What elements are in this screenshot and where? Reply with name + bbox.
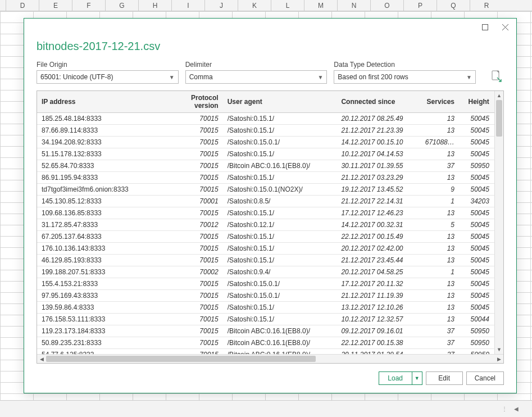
file-origin-combo[interactable]: 65001: Unicode (UTF-8) ▼ — [37, 70, 179, 84]
table-row[interactable]: 109.68.136.85:8333 70015 /Satoshi:0.15.1… — [37, 207, 503, 219]
cell-ua: /Satoshi:0.15.0.1/ — [223, 137, 337, 148]
table-row[interactable]: 54.77.6.125:8333 70015 /Bitcoin ABC:0.16… — [37, 349, 503, 355]
cell-since: 17.12.2017 12.46.23 — [337, 207, 420, 219]
cell-ua: /Bitcoin ABC:0.16.1(EB8.0)/ — [223, 337, 337, 349]
scroll-up-icon[interactable]: ▲ — [495, 91, 503, 100]
cell-ip: td7tgof3imei3fm6.onion:8333 — [37, 184, 172, 196]
table-row[interactable]: 86.91.195.94:8333 70015 /Satoshi:0.15.1/… — [37, 172, 503, 184]
table-row[interactable]: 46.129.85.193:8333 70015 /Satoshi:0.15.1… — [37, 255, 503, 266]
table-row[interactable]: 155.4.153.21:8333 70015 /Satoshi:0.15.0.… — [37, 278, 503, 290]
cell-ua: /Satoshi:0.15.1/ — [223, 255, 337, 266]
cell-services: 13 — [421, 290, 459, 302]
workbook-bottom-bar: ⋮ ◀ — [0, 400, 532, 417]
cell-since: 10.12.2017 12.32.57 — [337, 314, 420, 325]
cell-ua: /Satoshi:0.9.4/ — [223, 266, 337, 278]
table-row[interactable]: 50.89.235.231:8333 70015 /Bitcoin ABC:0.… — [37, 337, 503, 349]
cell-height: 50045 — [459, 172, 494, 184]
table-row[interactable]: 139.59.86.4:8333 70015 /Satoshi:0.15.1/ … — [37, 302, 503, 314]
table-row[interactable]: 31.172.85.47:8333 70012 /Satoshi:0.12.1/… — [37, 219, 503, 231]
col-header[interactable]: F — [72, 0, 105, 11]
table-row[interactable]: 34.194.208.92:8333 70015 /Satoshi:0.15.0… — [37, 137, 503, 148]
col-header[interactable]: G — [105, 0, 138, 11]
settings-icon[interactable] — [483, 70, 504, 84]
cell-proto: 70015 — [172, 207, 223, 219]
cell-ua: /Satoshi:0.15.1/ — [223, 172, 337, 184]
table-row[interactable]: 97.95.169.43:8333 70015 /Satoshi:0.15.0.… — [37, 290, 503, 302]
scroll-thumb[interactable] — [46, 356, 316, 362]
table-row[interactable]: 145.130.85.12:8333 70001 /Satoshi:0.8.5/… — [37, 196, 503, 207]
cell-ua: /Satoshi:0.12.1/ — [223, 219, 337, 231]
horizontal-scrollbar[interactable]: ◀ ▶ — [37, 354, 503, 363]
cell-ua: /Bitcoin ABC:0.16.1(EB8.0)/ — [223, 325, 337, 337]
data-type-detection-combo[interactable]: Based on first 200 rows ▼ — [334, 70, 476, 84]
close-button[interactable] — [497, 21, 513, 33]
table-row[interactable]: 199.188.207.51:8333 70002 /Satoshi:0.9.4… — [37, 266, 503, 278]
table-row[interactable]: 67.205.137.64:8333 70015 /Satoshi:0.15.1… — [37, 231, 503, 243]
cell-services: 67108873 — [421, 137, 459, 148]
cell-proto: 70015 — [172, 337, 223, 349]
table-row[interactable]: 185.25.48.184:8333 70015 /Satoshi:0.15.1… — [37, 113, 503, 125]
cell-proto: 70015 — [172, 349, 223, 355]
csv-import-dialog: bitnodes-2017-12-21.csv File Origin 6500… — [24, 18, 517, 393]
col-header[interactable]: R — [470, 0, 503, 11]
cell-services: 37 — [421, 325, 459, 337]
col-header[interactable]: K — [238, 0, 271, 11]
table-row[interactable]: 52.65.84.70:8333 70015 /Bitcoin ABC:0.16… — [37, 160, 503, 172]
cell-proto: 70015 — [172, 125, 223, 137]
cell-ua: /Satoshi:0.15.1/ — [223, 243, 337, 255]
maximize-button[interactable] — [477, 21, 493, 33]
vertical-scrollbar[interactable]: ▲ ▼ — [494, 91, 503, 354]
table-row[interactable]: 176.158.53.111:8333 70015 /Satoshi:0.15.… — [37, 314, 503, 325]
col-header[interactable]: D — [6, 0, 39, 11]
sheet-nav[interactable]: ⋮ ◀ — [499, 405, 521, 413]
col-header[interactable]: L — [271, 0, 304, 11]
cell-proto: 70015 — [172, 137, 223, 148]
cell-height: 50045 — [459, 184, 494, 196]
scroll-thumb[interactable] — [496, 100, 502, 137]
edit-button[interactable]: Edit — [426, 371, 463, 385]
sheet-prev-icon[interactable]: ◀ — [512, 405, 521, 413]
cell-height: 50045 — [459, 137, 494, 148]
data-type-detection-label: Data Type Detection — [334, 61, 476, 69]
cell-proto: 70015 — [172, 243, 223, 255]
cell-ip: 51.15.178.132:8333 — [37, 148, 172, 160]
col-header[interactable]: P — [403, 0, 436, 11]
cell-ip: 67.205.137.64:8333 — [37, 231, 172, 243]
col-header[interactable]: J — [204, 0, 238, 11]
dialog-titlebar — [24, 19, 516, 35]
col-header[interactable]: H — [138, 0, 171, 11]
col-header[interactable]: E — [39, 0, 72, 11]
cell-services: 5 — [421, 219, 459, 231]
table-row[interactable]: 119.23.173.184:8333 70015 /Bitcoin ABC:0… — [37, 325, 503, 337]
scroll-left-icon[interactable]: ◀ — [37, 355, 46, 363]
col-header[interactable]: M — [304, 0, 337, 11]
delimiter-combo[interactable]: Comma ▼ — [185, 70, 328, 84]
cell-since: 21.12.2017 22.14.31 — [337, 196, 420, 207]
cell-services: 1 — [421, 196, 459, 207]
cell-services: 37 — [421, 349, 459, 355]
load-button[interactable]: Load — [379, 371, 412, 385]
table-row[interactable]: td7tgof3imei3fm6.onion:8333 70015 /Satos… — [37, 184, 503, 196]
col-ip[interactable]: IP address — [37, 91, 172, 113]
col-proto[interactable]: Protocol version — [172, 91, 223, 113]
col-header[interactable]: N — [337, 0, 370, 11]
scroll-right-icon[interactable]: ▶ — [494, 355, 503, 363]
cell-ua: /Satoshi:0.15.1/ — [223, 207, 337, 219]
col-ua[interactable]: User agent — [223, 91, 337, 113]
col-services[interactable]: Services — [421, 91, 459, 113]
cancel-button[interactable]: Cancel — [466, 371, 504, 385]
cell-services: 9 — [421, 184, 459, 196]
col-header[interactable]: O — [370, 0, 403, 11]
table-row[interactable]: 176.10.136.143:8333 70015 /Satoshi:0.15.… — [37, 243, 503, 255]
col-header[interactable]: Q — [436, 0, 470, 11]
col-since[interactable]: Connected since — [337, 91, 420, 113]
col-height[interactable]: Height — [459, 91, 494, 113]
load-dropdown-button[interactable]: ▼ — [412, 371, 422, 385]
delimiter-label: Delimiter — [185, 61, 328, 69]
col-header[interactable]: I — [171, 0, 204, 11]
table-row[interactable]: 51.15.178.132:8333 70015 /Satoshi:0.15.1… — [37, 148, 503, 160]
table-row[interactable]: 87.66.89.114:8333 70015 /Satoshi:0.15.1/… — [37, 125, 503, 137]
cell-services: 13 — [421, 113, 459, 125]
scroll-down-icon[interactable]: ▼ — [495, 345, 503, 354]
cell-ua: /Bitcoin ABC:0.16.1(EB8.0)/ — [223, 349, 337, 355]
